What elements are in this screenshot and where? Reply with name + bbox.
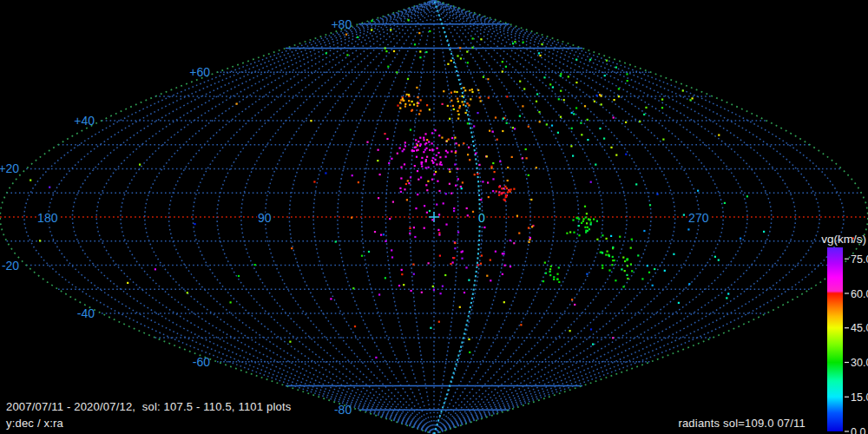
radiant-point — [584, 206, 586, 207]
radiant-point — [664, 270, 666, 272]
radiant-point — [504, 186, 506, 187]
radiant-point — [513, 242, 515, 244]
radiant-point — [546, 123, 548, 125]
radiant-point — [528, 126, 529, 128]
radiant-point — [542, 280, 544, 282]
radiant-point — [443, 90, 444, 92]
radiant-point — [718, 260, 720, 261]
radiant-point — [585, 216, 587, 218]
radiant-point — [399, 187, 401, 189]
radiant-point — [457, 168, 458, 170]
radiant-point — [454, 242, 456, 244]
radiant-point — [436, 204, 437, 206]
radiant-point — [398, 285, 400, 286]
radiant-point — [465, 266, 467, 268]
radiant-point — [503, 187, 504, 189]
radiant-point — [345, 34, 347, 36]
ra-tick-label: 180 — [37, 211, 58, 225]
radiant-point — [552, 86, 554, 88]
radiant-point — [419, 137, 421, 139]
radiant-point — [431, 179, 433, 181]
radiant-point — [415, 207, 417, 209]
radiant-point — [458, 144, 460, 146]
radiant-point — [568, 76, 569, 77]
radiant-point — [724, 202, 726, 204]
radiant-point — [441, 137, 443, 139]
radiant-point — [418, 179, 419, 181]
radiant-point — [417, 144, 418, 146]
radiant-point — [421, 161, 423, 163]
radiant-point — [471, 91, 473, 93]
radiant-point — [289, 341, 291, 343]
radiant-point — [400, 191, 402, 193]
radiant-point — [504, 265, 506, 266]
radiant-point — [536, 167, 537, 168]
radiant-point — [503, 199, 505, 201]
colorbar-gradient — [827, 247, 843, 431]
radiant-point — [384, 133, 385, 135]
radiant-point — [746, 195, 748, 197]
radiant-point — [194, 223, 195, 225]
radiant-point — [449, 118, 450, 120]
radiant-point — [449, 171, 450, 173]
radiant-point — [549, 268, 551, 270]
radiant-point — [438, 190, 440, 192]
radiant-point — [417, 102, 418, 104]
radiant-point — [466, 207, 468, 209]
radiant-point — [477, 264, 479, 266]
radiant-point — [630, 263, 632, 265]
radiant-point — [549, 83, 551, 85]
radiant-point — [604, 75, 606, 76]
radiant-point — [487, 78, 489, 80]
radiant-point — [613, 116, 615, 118]
radiant-point — [368, 251, 370, 253]
radiant-point — [687, 228, 689, 230]
radiant-point — [614, 99, 615, 101]
radiant-point — [481, 254, 483, 256]
radiant-point — [379, 174, 381, 175]
radiant-point — [455, 152, 457, 154]
radiant-point — [371, 29, 372, 30]
radiant-point — [477, 89, 479, 91]
radiant-point — [492, 190, 494, 192]
radiant-point — [407, 180, 409, 181]
radiant-point — [570, 145, 572, 147]
radiant-point — [426, 189, 428, 191]
radiant-point — [472, 37, 474, 39]
meridian-line — [434, 0, 796, 434]
radiant-point — [473, 125, 475, 127]
radiant-point — [550, 266, 552, 267]
radiant-point — [371, 20, 372, 22]
radiant-point — [445, 156, 447, 158]
radiant-point — [399, 102, 401, 103]
radiant-point — [560, 116, 562, 118]
radiant-point — [426, 139, 428, 141]
radiant-point — [437, 181, 438, 182]
radiant-point — [514, 128, 516, 129]
radiant-point — [490, 279, 491, 281]
radiant-point — [406, 94, 408, 95]
radiant-point — [346, 54, 348, 56]
radiant-point — [575, 217, 577, 219]
radiant-point — [426, 156, 428, 158]
dec-tick-label: +80 — [331, 17, 352, 31]
radiant-point — [378, 197, 379, 199]
radiant-point — [589, 219, 591, 220]
radiant-point — [463, 104, 464, 106]
radiant-point — [413, 273, 415, 275]
radiant-point — [407, 78, 409, 80]
radiant-point — [470, 98, 471, 100]
radiant-point — [438, 214, 440, 215]
radiant-point — [590, 328, 592, 330]
colorbar-tick-label: 15.0 — [851, 391, 868, 404]
radiant-point — [426, 104, 428, 106]
radiant-point — [425, 51, 427, 53]
radiant-point — [412, 264, 414, 266]
radiant-point — [496, 190, 497, 192]
radiant-point — [459, 105, 461, 107]
radiant-point — [453, 257, 455, 259]
radiant-point — [523, 88, 525, 89]
radiant-point — [498, 191, 500, 193]
radiant-point — [582, 218, 584, 220]
radiant-point — [522, 105, 523, 107]
